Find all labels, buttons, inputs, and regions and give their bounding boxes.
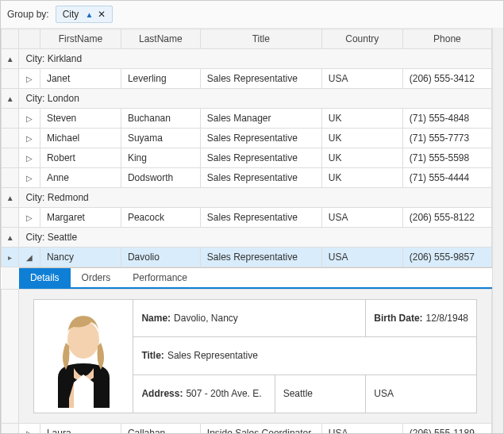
group-row-redmond[interactable]: ▲ City: Redmond	[2, 188, 492, 208]
detail-card: Name: Davolio, Nancy Birth Date: 12/8/19…	[33, 299, 477, 413]
indent-header	[2, 29, 19, 49]
cell-firstname: Janet	[40, 69, 121, 89]
tab-orders[interactable]: Orders	[71, 268, 122, 287]
table-row[interactable]: ▷ Michael Suyama Sales Representative UK…	[2, 129, 492, 148]
sort-asc-icon: ▲	[85, 10, 93, 19]
cell-firstname: Margaret	[40, 208, 121, 228]
cell-country: USA	[321, 208, 402, 228]
cell-phone: (71) 555-7773	[402, 129, 491, 148]
label-name: Name:	[141, 313, 171, 324]
collapse-icon[interactable]: ▲	[6, 194, 14, 202]
collapse-icon[interactable]: ▲	[6, 94, 14, 103]
table-row[interactable]: ▷ Robert King Sales Representative UK (7…	[2, 148, 492, 168]
cell-phone: (206) 555-1189	[402, 424, 491, 434]
expand-icon[interactable]: ▷	[26, 429, 33, 433]
cell-title: Sales Representative	[200, 168, 321, 188]
table-row[interactable]: ▷ Steven Buchanan Sales Manager UK (71) …	[2, 109, 492, 129]
group-chip-city[interactable]: City ▲ ✕	[56, 6, 113, 23]
expand-icon[interactable]: ▷	[26, 213, 33, 222]
group-row-london[interactable]: ▲ City: London	[2, 89, 492, 109]
col-header-firstname[interactable]: FirstName	[40, 29, 121, 49]
column-header-row: FirstName LastName Title Country Phone	[2, 29, 492, 49]
group-header-label: City: Kirkland	[19, 49, 492, 69]
cell-title: Sales Representative	[200, 208, 321, 228]
value-country: USA	[374, 388, 394, 399]
group-by-label: Group by:	[7, 9, 49, 20]
employee-photo	[34, 300, 133, 413]
expand-icon[interactable]: ▷	[26, 174, 33, 182]
table-row[interactable]: ▷ Janet Leverling Sales Representative U…	[2, 69, 492, 89]
table-row-selected[interactable]: ▸ ◢ Nancy Davolio Sales Representative U…	[2, 248, 492, 267]
cell-lastname: Callahan	[121, 424, 200, 434]
table-row[interactable]: ▷ Anne Dodsworth Sales Representative UK…	[2, 168, 492, 188]
cell-lastname: Davolio	[121, 248, 200, 267]
collapse-icon[interactable]: ▲	[6, 55, 14, 63]
value-address: 507 - 20th Ave. E.	[186, 388, 261, 399]
close-icon[interactable]: ✕	[98, 9, 106, 20]
cell-title: Sales Representative	[200, 69, 321, 89]
cell-phone: (71) 555-5598	[402, 148, 491, 168]
cell-country: UK	[321, 109, 402, 129]
cell-lastname: Leverling	[121, 69, 200, 89]
detail-tabs-row: Details Orders Performance	[2, 267, 492, 290]
label-birthdate: Birth Date:	[374, 313, 422, 324]
cell-firstname: Anne	[40, 168, 121, 188]
tab-performance[interactable]: Performance	[121, 268, 198, 287]
expand-icon[interactable]: ▷	[26, 134, 33, 143]
cell-firstname: Michael	[40, 129, 121, 148]
group-by-panel: Group by: City ▲ ✕	[1, 1, 503, 29]
person-icon	[42, 305, 125, 408]
expand-icon[interactable]: ▷	[26, 75, 33, 83]
cell-firstname: Robert	[40, 148, 121, 168]
cell-title: Sales Representative	[200, 248, 321, 267]
collapse-icon[interactable]: ◢	[26, 253, 33, 262]
expander-header	[19, 29, 40, 49]
group-row-seattle[interactable]: ▲ City: Seattle	[2, 228, 492, 248]
tab-details[interactable]: Details	[19, 268, 71, 287]
expand-icon[interactable]: ▷	[26, 154, 33, 163]
col-header-phone[interactable]: Phone	[402, 29, 491, 49]
table-row[interactable]: ▷ Laura Callahan Inside Sales Coordinato…	[2, 424, 492, 434]
label-address: Address:	[141, 388, 183, 399]
table-row[interactable]: ▷ Margaret Peacock Sales Representative …	[2, 208, 492, 228]
cell-country: USA	[321, 424, 402, 434]
detail-tabs: Details Orders Performance	[19, 267, 492, 289]
cell-lastname: Peacock	[121, 208, 200, 228]
cell-country: USA	[321, 248, 402, 267]
app-root: Group by: City ▲ ✕ FirstName LastName	[0, 0, 504, 434]
collapse-icon[interactable]: ▲	[6, 233, 14, 242]
cell-title: Sales Representative	[200, 148, 321, 168]
cell-country: UK	[321, 168, 402, 188]
group-row-kirkland[interactable]: ▲ City: Kirkland	[2, 49, 492, 69]
cell-title: Sales Representative	[200, 129, 321, 148]
cell-phone: (206) 555-9857	[402, 248, 491, 267]
cell-lastname: Buchanan	[121, 109, 200, 129]
cell-phone: (206) 555-8122	[402, 208, 491, 228]
cell-country: UK	[321, 129, 402, 148]
cell-phone: (206) 555-3412	[402, 69, 491, 89]
col-header-title[interactable]: Title	[200, 29, 321, 49]
col-header-lastname[interactable]: LastName	[121, 29, 200, 49]
value-birthdate: 12/8/1948	[426, 313, 468, 324]
label-title: Title:	[141, 350, 164, 361]
cell-lastname: Suyama	[121, 129, 200, 148]
vertical-scrollbar[interactable]	[492, 29, 503, 433]
cell-firstname: Nancy	[40, 248, 121, 267]
cell-firstname: Steven	[40, 109, 121, 129]
group-header-label: City: Redmond	[19, 188, 492, 208]
cell-country: UK	[321, 148, 402, 168]
cell-firstname: Laura	[40, 424, 121, 434]
cell-title: Sales Manager	[200, 109, 321, 129]
current-row-marker-icon: ▸	[8, 253, 12, 262]
cell-phone: (71) 555-4848	[402, 109, 491, 129]
expand-icon[interactable]: ▷	[26, 114, 33, 123]
cell-lastname: Dodsworth	[121, 168, 200, 188]
data-grid[interactable]: FirstName LastName Title Country Phone ▲…	[1, 29, 492, 433]
cell-lastname: King	[121, 148, 200, 168]
col-header-country[interactable]: Country	[321, 29, 402, 49]
cell-title: Inside Sales Coordinator	[200, 424, 321, 434]
value-city: Seattle	[283, 388, 313, 399]
group-header-label: City: London	[19, 89, 492, 109]
value-name: Davolio, Nancy	[174, 313, 238, 324]
group-chip-label: City	[63, 9, 79, 20]
